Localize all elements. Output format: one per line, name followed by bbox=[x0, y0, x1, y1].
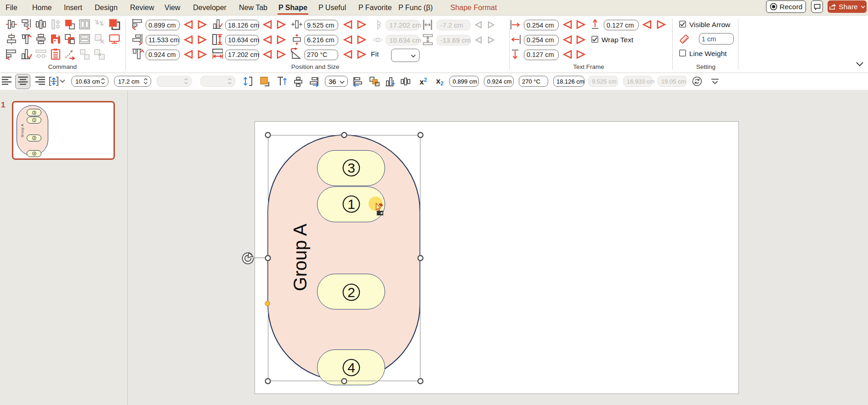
svg-text:4: 4 bbox=[34, 152, 35, 155]
svg-text:2: 2 bbox=[34, 136, 35, 140]
svg-text:1: 1 bbox=[34, 118, 35, 122]
svg-text:3: 3 bbox=[34, 111, 35, 114]
